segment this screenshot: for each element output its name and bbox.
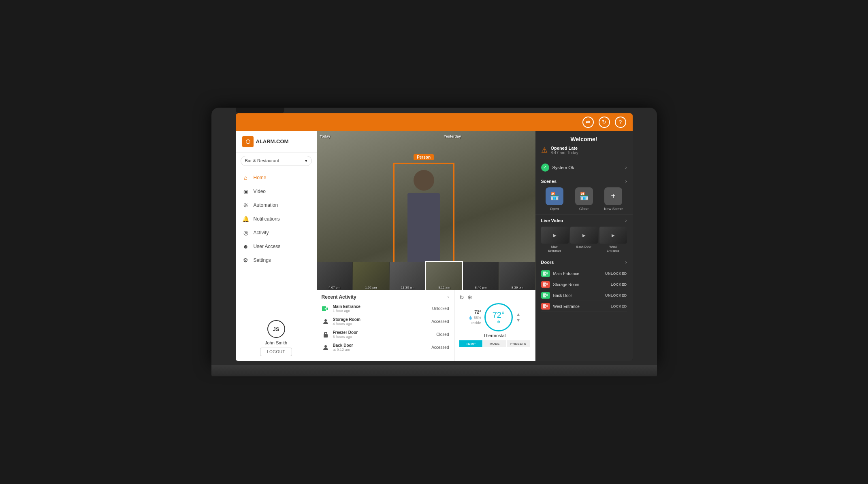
video-main: Today Yesterday Person [317, 131, 535, 291]
activity-status-1: Accessed [431, 319, 449, 324]
detection-label: Person [414, 154, 434, 160]
thumbnail-0[interactable]: 4:07 pm [317, 262, 352, 290]
activity-time-3: at 9:12 am [333, 348, 429, 352]
live-thumb-label-1: Back Door [576, 245, 591, 249]
svg-rect-1 [326, 308, 328, 310]
activity-panel-arrow[interactable]: › [448, 294, 449, 300]
sidebar-item-user-access[interactable]: ☻ User Access [236, 240, 317, 253]
settings-icon: ⚙ [242, 257, 250, 263]
thermo-temp-reading: 72° [468, 309, 481, 315]
refresh-icon[interactable]: ↻ [599, 117, 610, 128]
scenes-arrow[interactable]: › [625, 178, 627, 184]
svg-point-8 [544, 273, 545, 274]
center-content: Today Yesterday Person [317, 131, 535, 361]
activity-item-1: Storage Room 4 hours ago Accessed [322, 315, 449, 328]
logout-button[interactable]: LOGOUT [260, 348, 292, 356]
thermostat-mode-buttons: TEMP MODE PRESETS [459, 340, 530, 347]
person-silhouette [395, 164, 453, 265]
scene-open-label: Open [550, 207, 559, 211]
system-status[interactable]: ✓ System Ok › [535, 160, 633, 175]
alert-item: ⚠ Opened Late 8:47 am, Today [541, 146, 627, 155]
thermo-arrows: ▲ ▼ [516, 312, 521, 323]
activity-info-0: Main Entrance 1 hour ago [333, 304, 429, 313]
live-video-header: Live Video › [541, 218, 627, 223]
activity-info-3: Back Door at 9:12 am [333, 343, 429, 352]
thumbnail-3[interactable]: 9:12 am [426, 262, 462, 290]
activity-time-0: 1 hour ago [333, 309, 429, 313]
fan-icon[interactable]: ❄ [467, 294, 472, 301]
lock-icon [322, 331, 330, 339]
mode-button[interactable]: MODE [483, 340, 506, 347]
presets-button[interactable]: PRESETS [507, 340, 530, 347]
activity-name-0: Main Entrance [333, 304, 429, 309]
live-camera-0[interactable]: MainEntrance [541, 227, 569, 253]
alert-info: Opened Late 8:47 am, Today [551, 146, 578, 155]
nav-items: ⌂ Home ◉ Video ❊ Automation [236, 169, 317, 315]
activity-icon: ◎ [242, 229, 250, 236]
live-video-section: Live Video › MainEntrance Bac [535, 214, 633, 257]
live-camera-2[interactable]: WestEntrance [599, 227, 627, 253]
system-status-arrow: › [625, 165, 627, 170]
thumbnail-5[interactable]: 8:39 pm [499, 262, 535, 290]
svg-point-14 [544, 295, 545, 296]
thumbnail-2[interactable]: 11:30 am [390, 262, 425, 290]
sidebar-item-settings[interactable]: ⚙ Settings [236, 253, 317, 267]
thermo-inside-label: Inside [468, 321, 481, 326]
scene-close[interactable]: 🏪 Close [570, 187, 597, 211]
temp-up-button[interactable]: ▲ [516, 312, 521, 317]
live-video-title: Live Video [541, 218, 563, 223]
sidebar-item-label: Video [254, 189, 266, 194]
scene-open[interactable]: 🏪 Open [541, 187, 568, 211]
sidebar-item-home[interactable]: ⌂ Home [236, 171, 317, 185]
activity-item-2: Freezer Door 6 hours ago Closed [322, 328, 449, 341]
sidebar-item-label: User Access [254, 244, 281, 249]
activity-status-3: Accessed [431, 345, 449, 350]
location-selector[interactable]: Bar & Restaurant ▾ [241, 156, 312, 166]
temp-down-button[interactable]: ▼ [516, 318, 521, 323]
door-item-2: Back Door UNLOCKED [541, 290, 627, 301]
sidebar-item-activity[interactable]: ◎ Activity [236, 226, 317, 240]
door-item-0: Main Entrance UNLOCKED [541, 268, 627, 279]
doors-arrow[interactable]: › [625, 259, 627, 265]
thumb-time-2: 11:30 am [401, 286, 414, 289]
user-icon: ☻ [242, 243, 250, 250]
welcome-title: Welcome! [541, 136, 627, 142]
alert-icon: ⚠ [541, 146, 548, 155]
activity-name-3: Back Door [333, 343, 429, 348]
system-ok-text: System Ok [552, 165, 574, 170]
laptop-base [211, 365, 657, 376]
logo: ⬡ ALARM.COM [242, 136, 310, 147]
scene-open-icon: 🏪 [546, 187, 563, 205]
thumb-time-4: 8:46 pm [475, 286, 487, 289]
svg-rect-4 [324, 334, 328, 338]
svg-rect-16 [546, 305, 548, 307]
door-icon-locked-3 [541, 303, 550, 310]
scene-new-label: New Scene [604, 207, 623, 211]
live-video-arrow[interactable]: › [625, 218, 627, 223]
app-container: ⇌ ↻ ? ⬡ ALARM.COM [236, 113, 633, 361]
filter-icon[interactable]: ⇌ [582, 117, 594, 128]
door-name-3: West Entrance [553, 304, 608, 309]
activity-name-2: Freezer Door [333, 330, 433, 335]
sidebar-item-automation[interactable]: ❊ Automation [236, 198, 317, 212]
svg-rect-7 [546, 272, 548, 274]
thumbnail-1[interactable]: 1:02 pm [353, 262, 389, 290]
home-icon: ⌂ [242, 174, 250, 181]
scene-new[interactable]: + New Scene [600, 187, 627, 211]
svg-point-17 [544, 306, 545, 307]
sidebar-item-notifications[interactable]: 🔔 Notifications [236, 212, 317, 226]
temp-button[interactable]: TEMP [459, 340, 483, 347]
help-icon[interactable]: ? [615, 117, 626, 128]
thumbnail-4[interactable]: 8:46 pm [463, 262, 499, 290]
activity-panel-title: Recent Activity [322, 294, 356, 300]
person-head [414, 170, 434, 191]
live-camera-1[interactable]: Back Door [570, 227, 598, 253]
timestamp-yesterday: Yesterday [444, 134, 461, 138]
bell-icon: 🔔 [242, 216, 250, 222]
camera-notch [236, 108, 284, 113]
logo-text: ALARM.COM [256, 138, 289, 144]
scene-close-label: Close [579, 207, 589, 211]
sidebar-item-video[interactable]: ◉ Video [236, 185, 317, 198]
refresh-thermo-icon[interactable]: ↻ [459, 294, 464, 301]
bottom-panels: Recent Activity › Main Entrance [317, 290, 535, 361]
